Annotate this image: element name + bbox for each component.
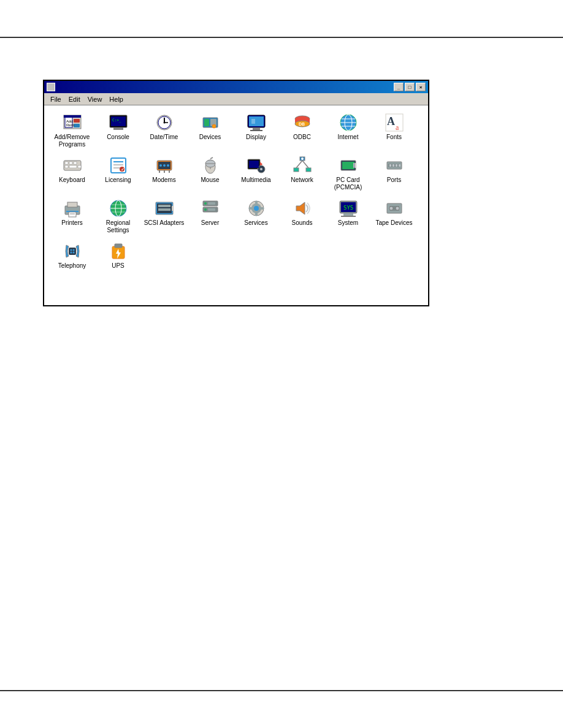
svg-rect-82	[354, 165, 354, 165]
icon-sounds[interactable]: Sounds	[279, 196, 325, 239]
icon-services-graphic	[247, 199, 266, 218]
icon-tape[interactable]: Tape Devices	[371, 196, 417, 239]
icon-server[interactable]: Server	[187, 196, 233, 239]
icon-keyboard-label: Keyboard	[59, 176, 85, 184]
icon-licensing-graphic: ✓	[109, 156, 128, 175]
maximize-button[interactable]: □	[405, 83, 415, 91]
svg-rect-104	[158, 208, 170, 211]
icon-services-label: Services	[244, 219, 267, 227]
icon-pccard[interactable]: PC Card (PCMCIA)	[325, 153, 371, 196]
icon-regional[interactable]: Regional Settings	[95, 196, 141, 239]
icon-system[interactable]: SYS System	[325, 196, 371, 239]
svg-point-132	[72, 249, 74, 251]
svg-rect-14	[113, 127, 123, 130]
icon-keyboard-graphic	[63, 156, 82, 175]
svg-rect-47	[78, 165, 81, 168]
content-area: Add Rem Add/Remove Programs C:>_ Console…	[44, 105, 428, 305]
menu-help[interactable]: Help	[105, 94, 127, 104]
icon-regional-graphic	[109, 199, 128, 218]
svg-rect-42	[65, 162, 68, 164]
icon-console-label: Console	[107, 134, 129, 141]
window-icon	[47, 83, 55, 91]
icon-modems[interactable]: Modems	[141, 153, 187, 196]
minimize-button[interactable]: _	[394, 83, 404, 91]
icon-telephony[interactable]: Telephony	[49, 239, 95, 282]
svg-rect-94	[69, 212, 76, 217]
icon-odbc[interactable]: DB ODBC	[279, 110, 325, 153]
bottom-rule	[0, 690, 563, 691]
icon-telephony-graphic	[63, 241, 82, 261]
icon-display[interactable]: Display	[233, 110, 279, 153]
svg-rect-21	[204, 119, 209, 126]
icon-modems-label: Modems	[152, 176, 175, 184]
menu-file[interactable]: File	[47, 94, 65, 104]
icon-network-label: Network	[291, 176, 313, 184]
svg-text:DB: DB	[299, 122, 305, 126]
svg-line-75	[296, 161, 302, 168]
svg-rect-83	[354, 166, 354, 167]
icon-printers-graphic	[63, 199, 82, 218]
icon-server-label: Server	[201, 219, 219, 227]
icon-fonts-graphic: A a	[385, 113, 404, 132]
icon-tape-graphic	[385, 199, 404, 218]
svg-rect-27	[250, 130, 262, 131]
svg-point-134	[72, 252, 74, 254]
icon-internet[interactable]: Internet	[325, 110, 371, 153]
svg-point-114	[254, 206, 259, 211]
icon-sounds-graphic	[293, 199, 312, 218]
svg-rect-6	[64, 115, 81, 118]
icon-licensing-label: Licensing	[105, 176, 131, 184]
close-button[interactable]: ×	[416, 83, 426, 91]
svg-rect-118	[260, 207, 264, 210]
icon-ups[interactable]: UPS	[95, 239, 141, 282]
svg-line-76	[302, 161, 308, 168]
icon-multimedia-label: Multimedia	[241, 176, 270, 184]
svg-text:A: A	[387, 115, 395, 127]
svg-rect-116	[255, 212, 258, 216]
svg-rect-110	[208, 202, 215, 205]
menu-view[interactable]: View	[84, 94, 106, 104]
icon-keyboard[interactable]: Keyboard	[49, 153, 95, 196]
icon-scsi[interactable]: SCSI Adapters	[141, 196, 187, 239]
icon-services[interactable]: Services	[233, 196, 279, 239]
svg-rect-44	[74, 162, 77, 164]
icon-pccard-graphic	[339, 156, 358, 175]
svg-point-70	[260, 168, 262, 170]
svg-text:a: a	[396, 123, 399, 132]
svg-rect-8	[74, 124, 80, 127]
icon-ups-label: UPS	[112, 262, 124, 270]
svg-rect-28	[251, 119, 255, 124]
icon-add-remove[interactable]: Add Rem Add/Remove Programs	[49, 110, 95, 153]
icon-datetime[interactable]: Date/Time	[141, 110, 187, 153]
svg-rect-84	[354, 167, 354, 168]
svg-point-127	[389, 207, 393, 210]
svg-rect-2	[48, 88, 50, 90]
icon-network[interactable]: Network	[279, 153, 325, 196]
title-bar-left	[47, 83, 58, 91]
svg-rect-92	[67, 202, 77, 207]
svg-rect-111	[208, 208, 215, 211]
icon-devices-graphic	[201, 113, 220, 132]
svg-text:SYS: SYS	[343, 205, 353, 211]
svg-rect-74	[306, 168, 311, 172]
icon-licensing[interactable]: ✓ Licensing	[95, 153, 141, 196]
icon-mouse[interactable]: Mouse	[187, 153, 233, 196]
svg-rect-3	[52, 88, 54, 90]
menu-edit[interactable]: Edit	[65, 94, 84, 104]
icon-ports[interactable]: Ports	[371, 153, 417, 196]
icon-printers[interactable]: Printers	[49, 196, 95, 239]
icon-pccard-label: PC Card (PCMCIA)	[327, 176, 369, 191]
icon-system-graphic: SYS	[339, 199, 358, 218]
icon-printers-label: Printers	[61, 219, 82, 227]
icon-internet-label: Internet	[338, 134, 359, 141]
icon-mouse-graphic	[201, 156, 220, 175]
svg-point-23	[212, 124, 216, 128]
svg-rect-88	[393, 164, 394, 167]
icon-regional-label: Regional Settings	[98, 219, 139, 234]
svg-rect-90	[399, 164, 400, 167]
icon-console[interactable]: C:>_ Console	[95, 110, 141, 153]
icon-fonts[interactable]: A a Fonts	[371, 110, 417, 153]
icon-multimedia[interactable]: Multimedia	[233, 153, 279, 196]
title-buttons[interactable]: _ □ ×	[394, 83, 426, 91]
icon-devices[interactable]: Devices	[187, 110, 233, 153]
